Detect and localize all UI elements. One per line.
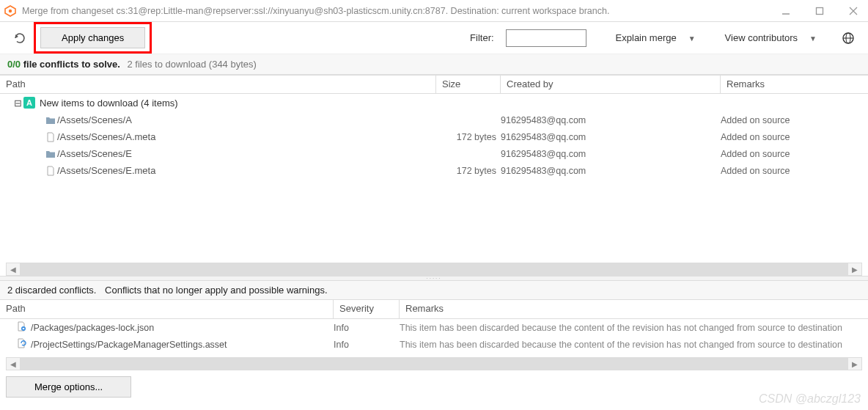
group-label: New items to download (4 items) (40, 98, 178, 109)
added-badge-icon: A (23, 97, 35, 109)
file-size: 172 bytes (436, 132, 501, 142)
items-table-header: Path Size Created by Remarks (0, 75, 868, 94)
table-row[interactable]: /Assets/Scenes/E.meta172 bytes916295483@… (0, 162, 868, 179)
conflict-count: 0/0 (7, 59, 21, 70)
view-contributors-button[interactable]: View contributors▼ (725, 32, 817, 43)
file-created-by: 916295483@qq.com (501, 149, 721, 159)
conflicts-banner: 0/0 file conflicts to solve. 2 files to … (0, 54, 868, 75)
discarded-table-header: Path Severity Remarks (0, 300, 868, 319)
folder-icon (44, 149, 57, 159)
chevron-down-icon: ▼ (809, 34, 817, 43)
conflict-text: file conflicts to solve. (23, 59, 120, 70)
table-row[interactable]: /Assets/Scenes/A.meta172 bytes916295483@… (0, 128, 868, 145)
scroll-left-icon[interactable]: ◀ (7, 263, 20, 275)
horizontal-scrollbar[interactable]: ◀ ▶ (6, 357, 862, 370)
table-row[interactable]: /Assets/Scenes/E916295483@qq.comAdded on… (0, 145, 868, 162)
column2-severity[interactable]: Severity (334, 300, 400, 318)
column-size[interactable]: Size (436, 76, 501, 93)
file-remarks: Added on source (721, 115, 868, 125)
discarded-severity: Info (334, 340, 400, 350)
scrollbar-thumb[interactable] (20, 263, 848, 275)
file-remarks: Added on source (721, 132, 868, 142)
maximize-button[interactable] (809, 7, 830, 15)
file-sync-icon (16, 338, 26, 351)
file-path: /Assets/Scenes/E (57, 148, 132, 159)
app-icon (4, 5, 16, 17)
file-created-by: 916295483@qq.com (501, 166, 721, 176)
svg-point-1 (9, 9, 12, 12)
pane-splitter[interactable]: ····· (0, 276, 868, 281)
table-row[interactable]: /Assets/Scenes/A916295483@qq.comAdded on… (0, 111, 868, 128)
folder-icon (44, 115, 57, 125)
discarded-remarks: This item has been discarded because the… (400, 340, 868, 350)
window-title: Merge from changeset cs:31@rep:Little-ma… (22, 6, 776, 16)
close-button[interactable] (843, 7, 864, 15)
column-created-by[interactable]: Created by (501, 76, 721, 93)
discarded-path: /ProjectSettings/PackageManagerSettings.… (31, 340, 227, 350)
file-created-by: 916295483@qq.com (501, 132, 721, 142)
discarded-banner: 2 discarded conflicts. Conflicts that no… (0, 281, 868, 300)
chevron-down-icon: ▼ (688, 34, 696, 43)
file-lock-icon (16, 321, 26, 334)
file-icon (44, 132, 57, 142)
explain-merge-button[interactable]: Explain merge▼ (616, 32, 696, 43)
minimize-button[interactable] (776, 7, 796, 15)
column-path[interactable]: Path (0, 76, 436, 93)
globe-icon[interactable] (842, 32, 855, 45)
svg-rect-10 (23, 328, 24, 329)
refresh-icon[interactable] (13, 32, 26, 45)
discarded-count: 2 discarded conflicts. (7, 285, 96, 296)
apply-changes-button[interactable]: Apply changes (40, 27, 145, 48)
file-created-by: 916295483@qq.com (501, 115, 721, 125)
scroll-left-icon[interactable]: ◀ (7, 358, 20, 370)
discarded-remarks: This item has been discarded because the… (400, 323, 868, 333)
scrollbar-thumb[interactable] (20, 358, 848, 370)
scroll-right-icon[interactable]: ▶ (848, 358, 861, 370)
file-icon (44, 166, 57, 176)
items-list: ⊟ A New items to download (4 items) /Ass… (0, 94, 868, 261)
filter-label: Filter: (470, 32, 494, 43)
discarded-list: /Packages/packages-lock.jsonInfoThis ite… (0, 319, 868, 353)
collapse-icon[interactable]: ⊟ (13, 98, 22, 109)
bottom-bar: Merge options... (0, 370, 868, 403)
discarded-severity: Info (334, 323, 400, 333)
highlight-box: Apply changes (34, 22, 152, 54)
file-remarks: Added on source (721, 166, 868, 176)
download-text: 2 files to download (344 bytes) (128, 59, 257, 70)
horizontal-scrollbar[interactable]: ◀ ▶ (6, 263, 862, 276)
window-controls (776, 7, 864, 15)
column2-path[interactable]: Path (0, 300, 334, 318)
table-row[interactable]: /Packages/packages-lock.jsonInfoThis ite… (0, 319, 868, 336)
titlebar: Merge from changeset cs:31@rep:Little-ma… (0, 0, 868, 22)
file-path: /Assets/Scenes/E.meta (57, 165, 155, 176)
file-size: 172 bytes (436, 166, 501, 176)
filter-input[interactable] (506, 29, 586, 47)
table-row[interactable]: /ProjectSettings/PackageManagerSettings.… (0, 336, 868, 353)
scroll-right-icon[interactable]: ▶ (848, 263, 861, 275)
file-remarks: Added on source (721, 149, 868, 159)
discarded-path: /Packages/packages-lock.json (31, 323, 154, 333)
column2-remarks[interactable]: Remarks (400, 300, 868, 318)
merge-options-button[interactable]: Merge options... (6, 376, 131, 398)
discarded-desc: Conflicts that no longer apply and possi… (105, 285, 328, 296)
group-row[interactable]: ⊟ A New items to download (4 items) (0, 94, 868, 111)
svg-rect-3 (817, 7, 823, 14)
column-remarks[interactable]: Remarks (721, 76, 868, 93)
toolbar: Apply changes Filter: Explain merge▼ Vie… (0, 22, 868, 54)
file-path: /Assets/Scenes/A (57, 114, 132, 125)
file-path: /Assets/Scenes/A.meta (57, 131, 155, 142)
